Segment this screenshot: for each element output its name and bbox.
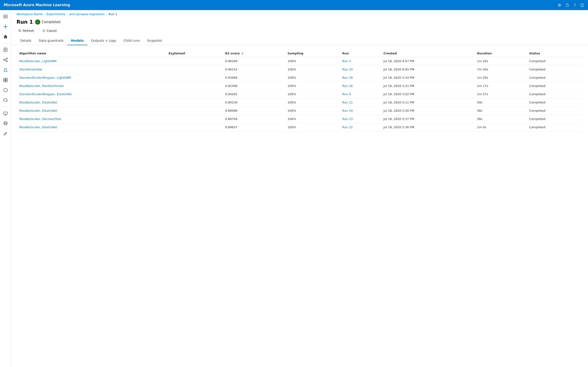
- breadcrumb-experiment-name[interactable]: aml-synapse-regression: [69, 12, 105, 16]
- refresh-label: Refresh: [23, 29, 34, 33]
- sidebar-item-database[interactable]: [1, 119, 10, 128]
- title-row: Run 1 ✓ Completed: [17, 19, 582, 25]
- algorithm-link[interactable]: MaxAbsScaler, ElasticNet: [19, 101, 57, 104]
- run-link[interactable]: Run 23: [342, 117, 353, 121]
- sidebar-item-cloud[interactable]: [1, 96, 10, 105]
- run-link[interactable]: Run 6: [342, 92, 351, 96]
- cell-status: Completed: [527, 98, 582, 107]
- refresh-button[interactable]: ↻ Refresh: [17, 27, 36, 34]
- cell-duration: 7m 50s: [474, 65, 527, 74]
- table-row: MaxAbsScaler, ElasticNet 0.90230 100% Ru…: [17, 98, 582, 107]
- cell-algorithm: StandardScalerWrapper, LightGBM: [17, 74, 166, 82]
- cell-duration: 1m 17s: [474, 82, 527, 90]
- tab-models[interactable]: Models: [67, 36, 87, 45]
- svg-point-11: [6, 61, 7, 62]
- svg-line-13: [5, 60, 6, 61]
- sidebar-item-edit[interactable]: [1, 129, 10, 138]
- cell-r2score: 0.90230: [222, 98, 285, 107]
- cell-sampling: 100%: [285, 107, 339, 115]
- cell-explained: [166, 65, 222, 74]
- sidebar-divider-1: [2, 43, 9, 43]
- cell-status: Completed: [527, 74, 582, 82]
- sidebar-item-pipeline[interactable]: [1, 55, 10, 65]
- col-r2score[interactable]: R2 score ↓: [222, 50, 285, 57]
- cell-duration: 1m 20s: [474, 57, 527, 65]
- cell-status: Completed: [527, 57, 582, 65]
- svg-line-12: [5, 59, 6, 60]
- cell-status: Completed: [527, 65, 582, 74]
- algorithm-link[interactable]: MaxAbsScaler, RandomForest: [19, 84, 64, 88]
- col-sampling[interactable]: Sampling: [285, 50, 339, 57]
- page-title: Run 1: [17, 19, 33, 25]
- cell-duration: 59s: [474, 98, 527, 107]
- cell-created: Jul 18, 2020 5:02 PM: [380, 90, 474, 98]
- cell-created: Jul 18, 2020 5:37 PM: [380, 115, 474, 123]
- col-explained[interactable]: Explained: [166, 50, 222, 57]
- tab-details[interactable]: Details: [17, 36, 35, 45]
- col-algorithm[interactable]: Algorithm name: [17, 50, 166, 57]
- cell-algorithm: StandardScalerWrapper, ElasticNet: [17, 90, 166, 98]
- tab-data-guardrails[interactable]: Data guardrails: [35, 36, 67, 45]
- svg-rect-18: [6, 80, 7, 82]
- run-link[interactable]: Run 16: [342, 84, 353, 88]
- algorithm-link[interactable]: MaxAbsScaler, ElasticNet: [19, 109, 57, 112]
- table-row: StandardScalerWrapper, ElasticNet 0.9028…: [17, 90, 582, 98]
- col-duration[interactable]: Duration: [474, 50, 527, 57]
- sidebar-item-menu[interactable]: [1, 12, 10, 21]
- algorithm-link[interactable]: StackEnsemble: [19, 68, 42, 71]
- col-status[interactable]: Status: [527, 50, 582, 57]
- account-icon[interactable]: ☺: [580, 3, 584, 8]
- help-icon[interactable]: ?: [574, 3, 576, 8]
- algorithm-link[interactable]: StandardScalerWrapper, LightGBM: [19, 76, 71, 79]
- svg-rect-1: [3, 16, 8, 17]
- sidebar-item-home[interactable]: [1, 32, 10, 41]
- sidebar-item-models[interactable]: [1, 85, 10, 95]
- cell-r2score: 0.90281: [222, 90, 285, 98]
- sidebar-item-nodes[interactable]: [1, 75, 10, 85]
- table-row: StackEnsemble 0.96152 100% Run 33 Jul 18…: [17, 65, 582, 74]
- run-link[interactable]: Run 11: [342, 101, 353, 104]
- breadcrumb-sep-2: ›: [67, 13, 68, 16]
- cell-sampling: 100%: [285, 74, 339, 82]
- run-link[interactable]: Run 19: [342, 109, 353, 112]
- page-header: Run 1 ✓ Completed ↻ Refresh ⊗ Cancel: [11, 17, 588, 36]
- svg-rect-16: [6, 78, 7, 80]
- run-link[interactable]: Run 3: [342, 59, 351, 63]
- sidebar-divider-2: [2, 107, 9, 107]
- cell-r2score: 0.96160: [222, 57, 285, 65]
- tab-outputs-logs[interactable]: Outputs + Logs: [87, 36, 120, 45]
- run-link[interactable]: Run 18: [342, 76, 353, 79]
- algorithm-link[interactable]: StandardScalerWrapper, ElasticNet: [19, 92, 72, 96]
- cell-algorithm: MaxAbsScaler, DecisionTree: [17, 115, 166, 123]
- tab-snapshot[interactable]: Snapshot: [143, 36, 166, 45]
- cell-r2score: 0.89996: [222, 107, 285, 115]
- sidebar-item-reports[interactable]: [1, 45, 10, 54]
- sidebar: [0, 10, 11, 367]
- breadcrumb: Workspace Name › Experiments › aml-synap…: [11, 10, 588, 17]
- run-link[interactable]: Run 33: [342, 68, 353, 71]
- cell-status: Completed: [527, 115, 582, 123]
- cell-algorithm: MaxAbsScaler, ElasticNet: [17, 123, 166, 131]
- cell-sampling: 100%: [285, 123, 339, 131]
- algorithm-link[interactable]: MaxAbsScaler, DecisionTree: [19, 117, 61, 121]
- tab-child-runs[interactable]: Child runs: [120, 36, 144, 45]
- settings-icon[interactable]: ⚙: [558, 3, 561, 8]
- sidebar-item-add[interactable]: [1, 22, 10, 31]
- notifications-icon[interactable]: 🗒: [565, 3, 570, 8]
- col-created[interactable]: Created: [380, 50, 474, 57]
- cell-run: Run 23: [339, 115, 380, 123]
- cell-r2score: 0.92306: [222, 82, 285, 90]
- breadcrumb-experiments[interactable]: Experiments: [46, 12, 65, 16]
- cell-status: Completed: [527, 123, 582, 131]
- algorithm-link[interactable]: MaxAbsScaler, LightGBM: [19, 59, 57, 63]
- sidebar-item-compute[interactable]: [1, 109, 10, 118]
- run-link[interactable]: Run 22: [342, 125, 353, 129]
- algorithm-link[interactable]: MaxAbsScaler, ElasticNet: [19, 125, 57, 129]
- cell-duration: 1m 57s: [474, 90, 527, 98]
- cell-run: Run 6: [339, 90, 380, 98]
- sidebar-item-lab[interactable]: [1, 65, 10, 75]
- models-table-container[interactable]: Algorithm name Explained R2 score ↓ Samp…: [11, 45, 588, 367]
- cancel-button[interactable]: ⊗ Cancel: [40, 27, 59, 34]
- col-run[interactable]: Run: [339, 50, 380, 57]
- breadcrumb-workspace[interactable]: Workspace Name: [17, 12, 43, 16]
